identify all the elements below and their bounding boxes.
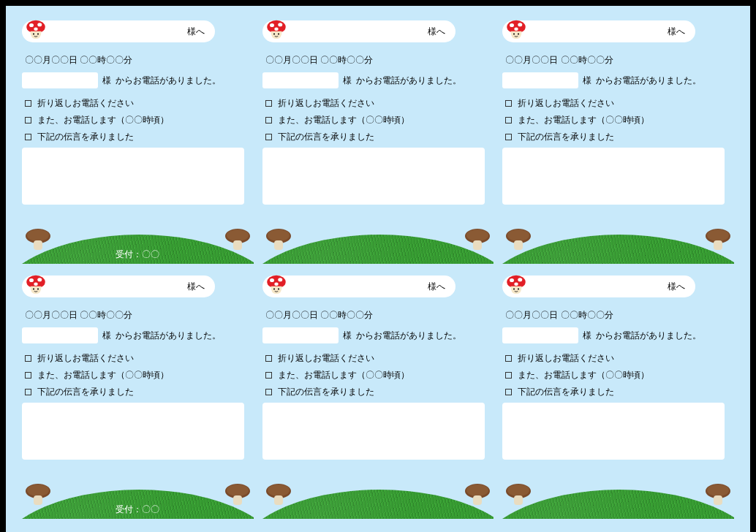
svg-point-58 bbox=[466, 484, 488, 496]
caller-input[interactable] bbox=[502, 327, 578, 343]
caller-input[interactable] bbox=[262, 72, 339, 88]
svg-point-43 bbox=[27, 484, 49, 496]
check-callback: 折り返しお電話ください bbox=[505, 352, 734, 365]
checkbox-list: 折り返しお電話ください また、お電話します（〇〇時頃） 下記の伝言を承りました bbox=[25, 97, 254, 143]
checkbox-icon[interactable] bbox=[265, 372, 272, 379]
svg-point-29 bbox=[518, 33, 519, 34]
mushroom-red-icon bbox=[265, 19, 287, 42]
checkbox-icon[interactable] bbox=[505, 372, 512, 379]
check-label: 下記の伝言を承りました bbox=[518, 131, 614, 143]
memo-textarea[interactable] bbox=[22, 148, 244, 205]
checkbox-icon[interactable] bbox=[25, 372, 31, 379]
recipient-input-area[interactable] bbox=[50, 276, 178, 297]
caller-suffix: 様 bbox=[583, 75, 591, 87]
check-message: 下記の伝言を承りました bbox=[25, 131, 254, 143]
date-time-line: 〇〇月〇〇日 〇〇時〇〇分 bbox=[265, 309, 494, 322]
memo-textarea[interactable] bbox=[262, 148, 485, 205]
date-time-line: 〇〇月〇〇日 〇〇時〇〇分 bbox=[505, 54, 734, 66]
checkbox-icon[interactable] bbox=[265, 117, 272, 123]
caller-suffix: 様 bbox=[583, 330, 591, 342]
checkbox-icon[interactable] bbox=[505, 117, 512, 123]
caller-input[interactable] bbox=[502, 72, 578, 88]
grass-hill-icon bbox=[262, 235, 494, 264]
recipient-input-area[interactable] bbox=[290, 276, 419, 297]
date-time-line: 〇〇月〇〇日 〇〇時〇〇分 bbox=[505, 309, 734, 322]
mushroom-brown-icon bbox=[264, 482, 293, 506]
mushroom-brown-icon bbox=[223, 227, 252, 251]
checkbox-icon[interactable] bbox=[265, 355, 272, 362]
svg-point-67 bbox=[507, 484, 529, 496]
svg-rect-8 bbox=[34, 240, 42, 250]
checkbox-icon[interactable] bbox=[25, 100, 31, 107]
check-label: また、お電話します（〇〇時頃） bbox=[37, 114, 169, 126]
checkbox-icon[interactable] bbox=[265, 100, 272, 107]
svg-rect-56 bbox=[274, 495, 283, 505]
checkbox-icon[interactable] bbox=[505, 134, 512, 140]
checkbox-icon[interactable] bbox=[505, 355, 512, 362]
caller-rest: からお電話がありました。 bbox=[116, 75, 221, 87]
date-time-line: 〇〇月〇〇日 〇〇時〇〇分 bbox=[25, 54, 254, 66]
caller-suffix: 様 bbox=[102, 330, 111, 342]
memo-card: 様へ 〇〇月〇〇日 〇〇時〇〇分 様 からお電話がありました。 折り返しお電話く… bbox=[502, 19, 734, 264]
caller-input[interactable] bbox=[22, 72, 98, 88]
memo-textarea[interactable] bbox=[262, 403, 485, 460]
checkbox-list: 折り返しお電話ください また、お電話します（〇〇時頃） 下記の伝言を承りました bbox=[505, 352, 734, 398]
caller-input[interactable] bbox=[22, 327, 98, 343]
checkbox-icon[interactable] bbox=[505, 389, 512, 395]
recipient-suffix: 様へ bbox=[187, 26, 205, 38]
svg-rect-20 bbox=[274, 240, 283, 250]
caller-row: 様 からお電話がありました。 bbox=[22, 72, 254, 88]
checkbox-icon[interactable] bbox=[25, 134, 31, 140]
recipient-input-area[interactable] bbox=[530, 276, 659, 297]
svg-point-13 bbox=[270, 23, 274, 27]
check-callback: 折り返しお電話ください bbox=[25, 352, 254, 365]
svg-point-55 bbox=[268, 484, 290, 496]
recipient-input-area[interactable] bbox=[290, 20, 419, 42]
svg-point-10 bbox=[227, 229, 249, 241]
checkbox-icon[interactable] bbox=[265, 389, 272, 395]
check-label: 折り返しお電話ください bbox=[278, 97, 374, 110]
checkbox-list: 折り返しお電話ください また、お電話します（〇〇時頃） 下記の伝言を承りました bbox=[505, 97, 734, 143]
mushroom-brown-icon bbox=[463, 227, 492, 251]
check-label: また、お電話します（〇〇時頃） bbox=[278, 114, 409, 126]
check-label: 下記の伝言を承りました bbox=[37, 386, 134, 398]
svg-rect-32 bbox=[514, 240, 523, 250]
check-label: 折り返しお電話ください bbox=[278, 352, 374, 365]
svg-point-46 bbox=[227, 484, 249, 496]
svg-point-53 bbox=[278, 288, 279, 289]
checkbox-icon[interactable] bbox=[265, 134, 272, 140]
caller-suffix: 様 bbox=[343, 330, 352, 342]
check-message: 下記の伝言を承りました bbox=[265, 386, 494, 398]
check-will-call: また、お電話します（〇〇時頃） bbox=[25, 369, 254, 381]
memo-textarea[interactable] bbox=[22, 403, 244, 460]
check-will-call: また、お電話します（〇〇時頃） bbox=[265, 369, 494, 381]
mushroom-brown-icon bbox=[223, 482, 252, 506]
svg-point-62 bbox=[518, 278, 523, 281]
svg-point-37 bbox=[29, 278, 34, 282]
recipient-input-area[interactable] bbox=[50, 20, 178, 42]
caller-input[interactable] bbox=[262, 327, 339, 343]
svg-point-1 bbox=[29, 23, 34, 27]
mushroom-brown-icon bbox=[23, 482, 53, 506]
mushroom-brown-icon bbox=[23, 227, 53, 251]
recipient-suffix: 様へ bbox=[668, 281, 685, 293]
mushroom-red-icon bbox=[25, 19, 47, 42]
memo-textarea[interactable] bbox=[502, 148, 725, 205]
check-label: 折り返しお電話ください bbox=[37, 97, 134, 110]
memo-textarea[interactable] bbox=[502, 403, 725, 460]
svg-point-17 bbox=[278, 33, 279, 34]
svg-rect-35 bbox=[714, 240, 722, 250]
check-message: 下記の伝言を承りました bbox=[265, 131, 494, 143]
checkbox-icon[interactable] bbox=[25, 117, 31, 123]
checkbox-icon[interactable] bbox=[25, 389, 31, 395]
svg-point-64 bbox=[513, 288, 515, 289]
caller-rest: からお電話がありました。 bbox=[596, 330, 701, 342]
checkbox-icon[interactable] bbox=[505, 100, 512, 107]
svg-point-40 bbox=[33, 288, 34, 289]
caller-row: 様 からお電話がありました。 bbox=[262, 72, 494, 88]
recipient-input-area[interactable] bbox=[530, 20, 659, 42]
checkbox-icon[interactable] bbox=[25, 355, 31, 362]
svg-point-16 bbox=[273, 33, 275, 34]
check-will-call: また、お電話します（〇〇時頃） bbox=[25, 114, 254, 126]
checkbox-list: 折り返しお電話ください また、お電話します（〇〇時頃） 下記の伝言を承りました bbox=[265, 352, 494, 398]
